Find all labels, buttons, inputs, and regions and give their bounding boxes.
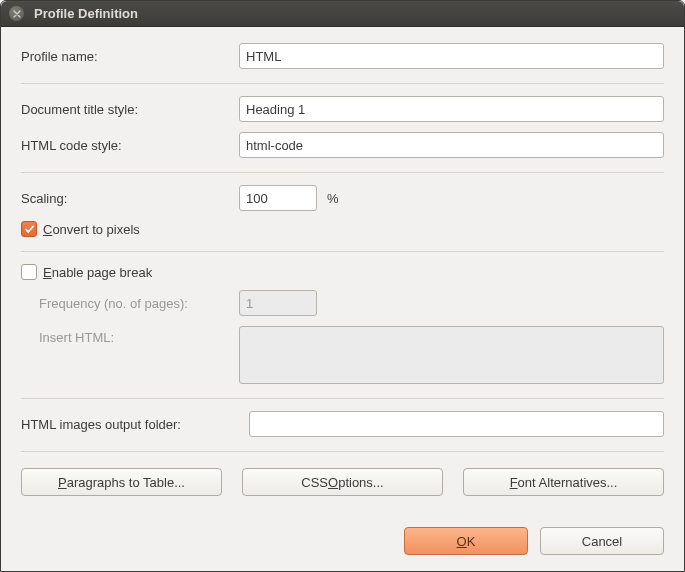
enable-page-break-checkbox[interactable] [21, 264, 37, 280]
close-icon[interactable] [9, 6, 24, 21]
html-code-style-label: HTML code style: [21, 138, 239, 153]
divider [21, 83, 664, 84]
output-folder-input[interactable] [249, 411, 664, 437]
profile-name-input[interactable] [239, 43, 664, 69]
paragraphs-to-table-button[interactable]: Paragraphs to Table... [21, 468, 222, 496]
font-alternatives-button[interactable]: Font Alternatives... [463, 468, 664, 496]
scaling-input[interactable] [239, 185, 317, 211]
ok-button[interactable]: OK [404, 527, 528, 555]
dialog-window: Profile Definition Profile name: Documen… [0, 0, 685, 572]
frequency-label: Frequency (no. of pages): [21, 296, 239, 311]
output-folder-label: HTML images output folder: [21, 417, 249, 432]
convert-to-pixels-checkbox[interactable] [21, 221, 37, 237]
dialog-title: Profile Definition [34, 6, 138, 21]
css-options-button[interactable]: CSS Options... [242, 468, 443, 496]
convert-to-pixels-label[interactable]: Convert to pixels [43, 222, 140, 237]
divider [21, 251, 664, 252]
doc-title-style-label: Document title style: [21, 102, 239, 117]
scaling-label: Scaling: [21, 191, 239, 206]
divider [21, 172, 664, 173]
insert-html-label: Insert HTML: [21, 326, 239, 345]
insert-html-textarea [239, 326, 664, 384]
doc-title-style-input[interactable] [239, 96, 664, 122]
scaling-unit: % [327, 191, 339, 206]
titlebar: Profile Definition [1, 1, 684, 27]
dialog-content: Profile name: Document title style: HTML… [1, 27, 684, 571]
cancel-button[interactable]: Cancel [540, 527, 664, 555]
divider [21, 398, 664, 399]
divider [21, 451, 664, 452]
profile-name-label: Profile name: [21, 49, 239, 64]
enable-page-break-label[interactable]: Enable page break [43, 265, 152, 280]
html-code-style-input[interactable] [239, 132, 664, 158]
frequency-input [239, 290, 317, 316]
